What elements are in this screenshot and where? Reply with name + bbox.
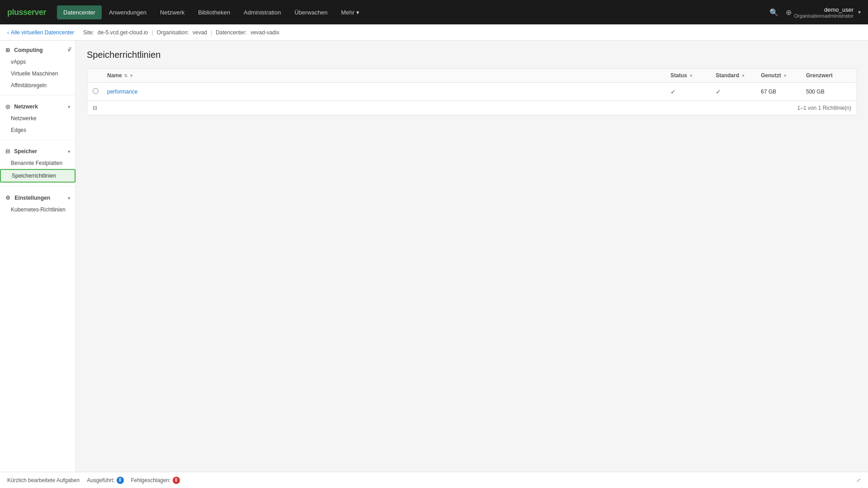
nav-mehr[interactable]: Mehr ▾: [335, 5, 366, 19]
user-info: demo_user Organisationsadministrator: [794, 6, 854, 19]
netzwerk-icon: ◎: [5, 103, 10, 110]
sidebar-item-netzwerke[interactable]: Netzwerke: [0, 113, 75, 124]
speicher-icon: ⊟: [5, 148, 10, 155]
breadcrumb-org-label: Organisation:: [157, 29, 189, 36]
row-checkbox[interactable]: [93, 88, 107, 95]
header-limit-col: Grenzwert: [806, 72, 851, 79]
sidebar-collapse-button[interactable]: «: [68, 44, 72, 52]
header-limit-label: Grenzwert: [806, 72, 833, 79]
sidebar-section-computing-header[interactable]: ⊞ Computing ▾: [0, 44, 75, 56]
chevron-down-icon: ▾: [356, 9, 359, 16]
failed-count-badge: 0: [173, 477, 180, 484]
sidebar-section-netzwerk: ◎ Netzwerk ▾ Netzwerke Edges: [0, 97, 75, 138]
failed-badge: Fehlgeschlagen: 0: [131, 477, 180, 484]
sidebar-item-vapps[interactable]: vApps: [0, 56, 75, 68]
standard-check-icon: ✓: [716, 88, 721, 95]
column-settings-icon[interactable]: ⊟: [93, 105, 97, 111]
pagination-info: 1–1 von 1 Richtlinie(n): [797, 105, 851, 111]
header-status-col[interactable]: Status ▼: [670, 72, 716, 79]
sidebar-item-kubernetes-richtlinien[interactable]: Kubernetes-Richtlinien: [0, 204, 75, 216]
back-label: Alle virtuellen Datencenter: [11, 29, 74, 36]
policy-link-performance[interactable]: performance: [107, 89, 137, 95]
header-name-label: Name: [107, 72, 122, 79]
table-footer: ⊟ 1–1 von 1 Richtlinie(n): [87, 101, 857, 115]
breadcrumb-site-label: Site:: [83, 29, 94, 36]
standard-filter-icon[interactable]: ▼: [741, 73, 745, 78]
topnav-right: 🔍 ⊕ demo_user Organisationsadministrator…: [769, 6, 861, 19]
header-status-label: Status: [670, 72, 687, 79]
header-standard-label: Standard: [716, 72, 739, 79]
sidebar-item-edges[interactable]: Edges: [0, 124, 75, 136]
back-button[interactable]: ‹ Alle virtuellen Datencenter: [7, 29, 74, 36]
einstellungen-chevron-icon: ▾: [68, 196, 70, 201]
back-arrow-icon: ‹: [7, 29, 9, 36]
page-title: Speicherrichtlinien: [87, 50, 857, 60]
nav-uberwachen[interactable]: Überwachen: [288, 5, 334, 19]
breadcrumb-dc-value: vevad-vadix: [250, 29, 279, 36]
sidebar-section-einstellungen-header[interactable]: ⚙ Einstellungen ▾: [0, 192, 75, 204]
executed-badge: Ausgeführt: 0: [87, 477, 123, 484]
top-navigation: plusserver Datencenter Anwendungen Netzw…: [0, 0, 868, 24]
breadcrumb-site-value: de-5.vcd.get-cloud.io: [98, 29, 148, 36]
row-radio-input[interactable]: [93, 88, 99, 94]
cell-used: 67 GB: [761, 89, 806, 95]
user-menu[interactable]: ⊕ demo_user Organisationsadministrator ▾: [786, 6, 861, 19]
main-layout: « ⊞ Computing ▾ vApps Virtuelle Maschine…: [0, 41, 868, 472]
sidebar-section-speicher: ⊟ Speicher ▾ Benannte Festplatten Speich…: [0, 142, 75, 184]
name-sort-icon[interactable]: ⇅: [124, 73, 127, 78]
einstellungen-icon: ⚙: [5, 195, 10, 201]
executed-label: Ausgeführt:: [87, 477, 114, 483]
search-icon[interactable]: 🔍: [769, 8, 778, 17]
breadcrumb-org-value: vevad: [193, 29, 207, 36]
logo-text: plusserver: [7, 8, 46, 17]
storage-policies-table: Name ⇅ ▼ Status ▼ Standard ▼ Genutzt ▼: [87, 68, 857, 115]
status-check-icon: ✓: [670, 88, 676, 95]
breadcrumb-dc-label: Datencenter:: [216, 29, 247, 36]
nav-anwendungen[interactable]: Anwendungen: [103, 5, 153, 19]
header-name-col[interactable]: Name ⇅ ▼: [107, 72, 670, 79]
status-bar: Kürzlich bearbeitete Aufgaben Ausgeführt…: [0, 472, 868, 488]
table-row: performance ✓ ✓ 67 GB 500 GB: [87, 83, 857, 101]
failed-label: Fehlgeschlagen:: [131, 477, 171, 483]
cell-name: performance: [107, 89, 670, 95]
einstellungen-label: Einstellungen: [14, 195, 50, 201]
sidebar-item-speicherrichtlinien[interactable]: Speicherrichtlinien: [0, 169, 75, 183]
name-filter-icon[interactable]: ▼: [129, 73, 134, 78]
nav-datencenter[interactable]: Datencenter: [57, 5, 102, 19]
sidebar-section-speicher-header[interactable]: ⊟ Speicher ▾: [0, 145, 75, 157]
header-used-col[interactable]: Genutzt ▼: [761, 72, 806, 79]
speicher-label: Speicher: [14, 148, 37, 155]
sidebar-section-einstellungen: ⚙ Einstellungen ▾ Kubernetes-Richtlinien: [0, 188, 75, 217]
divider-2: [0, 140, 75, 140]
table-header-row: Name ⇅ ▼ Status ▼ Standard ▼ Genutzt ▼: [87, 69, 857, 83]
user-role: Organisationsadministrator: [794, 13, 854, 19]
nav-netzwerk[interactable]: Netzwerk: [154, 5, 191, 19]
header-standard-col[interactable]: Standard ▼: [716, 72, 761, 79]
sidebar-section-computing: ⊞ Computing ▾ vApps Virtuelle Maschinen …: [0, 41, 75, 93]
status-filter-icon[interactable]: ▼: [689, 73, 693, 78]
cell-standard: ✓: [716, 88, 761, 95]
sidebar-item-affinitatsregeln[interactable]: Affinitätsregeln: [0, 80, 75, 91]
sidebar-item-virtuelle-maschinen[interactable]: Virtuelle Maschinen: [0, 68, 75, 80]
executed-count-badge: 0: [117, 477, 124, 484]
table-footer-left: ⊟: [93, 105, 97, 111]
netzwerk-chevron-icon: ▾: [68, 104, 70, 109]
cell-status: ✓: [670, 88, 716, 95]
expand-icon[interactable]: ⤢: [856, 477, 861, 483]
breadcrumb-sep1: |: [152, 29, 153, 36]
used-filter-icon[interactable]: ▼: [783, 73, 788, 78]
nav-administration[interactable]: Administration: [237, 5, 287, 19]
sidebar-item-benannte-festplatten[interactable]: Benannte Festplatten: [0, 157, 75, 169]
status-bar-right: ⤢: [856, 477, 861, 483]
user-name: demo_user: [824, 6, 854, 13]
netzwerk-label: Netzwerk: [14, 103, 38, 110]
speicher-chevron-icon: ▾: [68, 149, 70, 154]
sidebar-section-netzwerk-header[interactable]: ◎ Netzwerk ▾: [0, 101, 75, 113]
computing-icon: ⊞: [5, 47, 10, 53]
tasks-label: Kürzlich bearbeitete Aufgaben: [7, 477, 80, 483]
nav-bibliotheken[interactable]: Bibliotheken: [192, 5, 236, 19]
main-content: Speicherrichtlinien Name ⇅ ▼ Status ▼ St…: [76, 41, 868, 472]
divider-3: [0, 186, 75, 187]
logo[interactable]: plusserver: [7, 8, 46, 17]
sidebar: « ⊞ Computing ▾ vApps Virtuelle Maschine…: [0, 41, 76, 472]
